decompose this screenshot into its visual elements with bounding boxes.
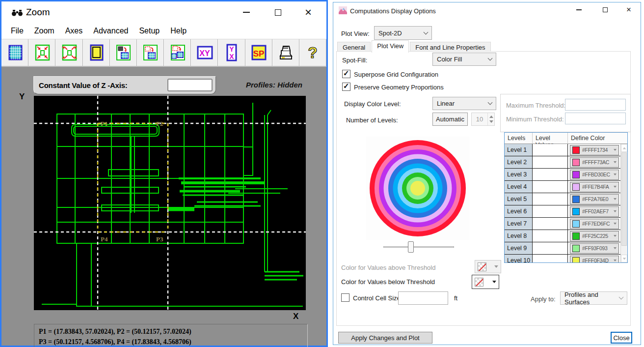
scroll-down-icon[interactable] [621, 255, 627, 262]
plot-canvas[interactable]: P1 P2 P4 P3 [34, 96, 306, 310]
menu-file[interactable]: File [5, 25, 29, 37]
level-cell[interactable]: Level 6 [505, 205, 533, 217]
max-threshold-input[interactable] [565, 99, 626, 111]
close-button[interactable]: × [300, 5, 317, 19]
zoom-in-region-button[interactable] [28, 39, 55, 66]
display-color-level-select[interactable]: Linear [432, 97, 496, 110]
apply-to-select[interactable]: Profiles and Surfaces [560, 291, 627, 305]
swap-grids-button[interactable] [164, 39, 191, 66]
stepper-down-icon [489, 120, 493, 123]
yx-axes-button[interactable]: YX [218, 39, 245, 66]
define-color-select[interactable]: #FFE7B4FA [570, 182, 619, 192]
define-color-select[interactable]: #FFFF73AC [570, 157, 619, 168]
marker-p4: P4 [101, 235, 108, 243]
maximize-button[interactable] [269, 5, 286, 19]
computations-display-options-dialog: Computations Display Options × Plot View… [333, 2, 641, 345]
dropdown-arrow-icon [614, 186, 617, 188]
xy-axes-button[interactable]: XY [191, 39, 218, 66]
preserve-geometry-checkbox[interactable]: ✓ [342, 83, 350, 91]
level-cell[interactable]: Level 7 [505, 218, 533, 230]
value-cell[interactable] [533, 193, 568, 205]
value-cell[interactable] [533, 230, 568, 242]
slider-track[interactable] [383, 246, 454, 248]
slider-thumb[interactable] [408, 241, 414, 253]
tab-plot-view[interactable]: Plot View [372, 40, 409, 53]
dialog-maximize-button[interactable] [597, 4, 613, 15]
apply-changes-button[interactable]: Apply Changes and Plot [338, 332, 432, 344]
dialog-minimize-button[interactable] [571, 4, 587, 15]
value-cell[interactable] [533, 144, 568, 156]
sp-plot-button[interactable]: SP [245, 39, 272, 66]
define-color-select[interactable]: #FF02AEF7 [570, 206, 619, 217]
screen: Zoom × File Zoom Axes Advanced Setup Hel… [0, 0, 644, 347]
level-cell[interactable]: Level 1 [505, 144, 533, 156]
level-cell[interactable]: Level 2 [505, 156, 533, 168]
table-row: Level 4 #FFE7B4FA [505, 181, 621, 193]
color-spread-slider[interactable] [382, 241, 455, 253]
header-levels[interactable]: Levels [505, 133, 533, 144]
level-cell[interactable]: Level 10 [505, 255, 533, 263]
level-cell[interactable]: Level 5 [505, 193, 533, 205]
define-color-select[interactable]: #FF7ED6FC [570, 219, 619, 229]
close-dialog-button[interactable]: Close [611, 332, 632, 344]
zoom-titlebar[interactable]: Zoom × [1, 1, 326, 23]
cell-size-input[interactable] [398, 291, 448, 305]
level-cell[interactable]: Level 3 [505, 169, 533, 180]
menu-help[interactable]: Help [165, 25, 192, 37]
plot-view-select[interactable]: Spot-2D [374, 26, 432, 40]
print-button[interactable] [272, 39, 299, 66]
min-threshold-input[interactable] [565, 113, 626, 124]
define-color-select[interactable]: #FF2A76E0 [570, 194, 619, 204]
table-row: Level 7 #FF7ED6FC [505, 218, 621, 230]
value-cell[interactable] [533, 169, 568, 180]
define-color-select[interactable]: #FF93F093 [570, 243, 619, 254]
value-cell[interactable] [533, 156, 568, 168]
table-scrollbar[interactable] [620, 144, 627, 262]
levels-count-stepper[interactable]: 10 [471, 113, 495, 126]
level-cell[interactable]: Level 9 [505, 242, 533, 254]
menu-advanced[interactable]: Advanced [88, 25, 134, 37]
menu-axes[interactable]: Axes [60, 25, 88, 37]
define-color-select[interactable]: #FF25C225 [570, 231, 619, 241]
value-cell[interactable] [533, 242, 568, 254]
value-cell[interactable] [533, 181, 568, 193]
menu-zoom[interactable]: Zoom [29, 25, 60, 37]
automatic-button[interactable]: Automatic [432, 113, 468, 126]
stepper-up-icon [489, 116, 493, 118]
help-label: ? [308, 44, 318, 61]
value-cell[interactable] [533, 218, 568, 230]
below-threshold-color-select[interactable] [472, 275, 499, 289]
z-axis-value-input[interactable] [167, 79, 213, 91]
dialog-close-button[interactable]: × [621, 4, 637, 15]
value-cell[interactable] [533, 205, 568, 217]
menu-setup[interactable]: Setup [134, 25, 165, 37]
value-cell[interactable] [533, 255, 568, 263]
grid-table-button[interactable] [1, 39, 28, 66]
level-cell[interactable]: Level 8 [505, 230, 533, 242]
below-threshold-label: Color for Values below Threshold [341, 278, 435, 286]
define-color-select[interactable]: #FFF0F34D [570, 256, 619, 263]
header-define-color[interactable]: Define Color [568, 133, 627, 144]
zoom-out-region-button[interactable] [55, 39, 82, 66]
control-cell-size-checkbox[interactable] [341, 293, 349, 302]
define-color-select[interactable]: #FFBD30EC [570, 170, 619, 180]
page-frame-button[interactable] [83, 39, 110, 66]
copy-plot-to-grid-button[interactable] [110, 39, 137, 66]
zoom-window: Zoom × File Zoom Axes Advanced Setup Hel… [0, 0, 328, 347]
binoculars-icon [11, 7, 23, 20]
help-button[interactable]: ? [299, 39, 326, 66]
no-color-swatch [475, 278, 483, 287]
header-level-values[interactable]: Level Values [533, 133, 568, 144]
minimize-button[interactable] [238, 5, 255, 19]
number-of-levels-label: Number of Levels: [346, 116, 398, 124]
scrollbar-thumb[interactable] [621, 152, 627, 246]
copy-grid-to-grid-button[interactable] [137, 39, 164, 66]
level-cell[interactable]: Level 4 [505, 181, 533, 193]
superpose-grid-checkbox[interactable]: ✓ [342, 70, 350, 78]
scroll-up-icon[interactable] [621, 144, 627, 152]
spot-fill-select[interactable]: Color Fill [432, 53, 496, 66]
display-color-level-label: Display Color Level: [344, 100, 401, 108]
zoom-window-title: Zoom [26, 7, 50, 18]
define-color-select[interactable]: #FFFF1734 [570, 145, 619, 155]
dropdown-arrow-icon [492, 281, 496, 283]
